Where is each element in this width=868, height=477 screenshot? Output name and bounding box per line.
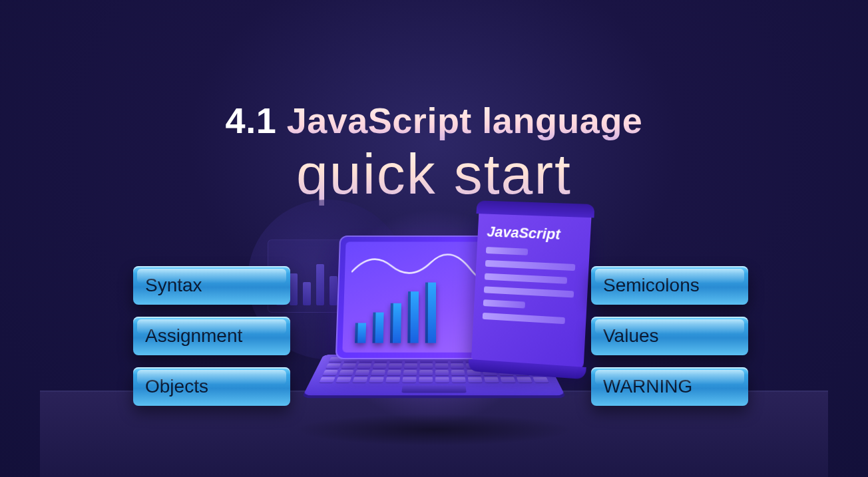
topic-pill-values[interactable]: Values — [591, 317, 748, 355]
topic-pill-syntax[interactable]: Syntax — [133, 266, 290, 305]
title-line-1: 4.1 JavaScript language — [0, 100, 868, 141]
pill-label: WARNING — [603, 376, 692, 397]
pill-label: Objects — [145, 376, 208, 397]
doc-title: JavaScript — [487, 223, 581, 244]
doc-line-decor — [486, 247, 528, 255]
doc-line-decor — [484, 286, 574, 297]
topic-pill-warning[interactable]: WARNING — [591, 367, 748, 406]
doc-line-decor — [485, 260, 576, 271]
pill-label: Syntax — [145, 275, 202, 296]
pill-label: Values — [603, 325, 659, 347]
screen-bar-chart-icon — [355, 283, 436, 343]
pill-label: Assignment — [145, 325, 242, 347]
laptop-trackpad — [401, 385, 466, 393]
pill-label: Semicolons — [603, 275, 700, 296]
section-number: 4.1 — [226, 100, 277, 140]
title-main: JavaScript language — [287, 100, 643, 140]
topic-pill-semicolons[interactable]: Semicolons — [591, 266, 748, 305]
topic-pill-objects[interactable]: Objects — [133, 367, 290, 406]
laptop-shadow — [294, 414, 574, 446]
topic-list-right: Semicolons Values WARNING — [591, 266, 748, 406]
javascript-scroll-doc: JavaScript — [471, 211, 592, 370]
doc-line-decor — [483, 299, 525, 308]
topic-list-left: Syntax Assignment Objects — [133, 266, 290, 406]
doc-line-decor — [485, 273, 567, 284]
laptop-illustration: JavaScript — [288, 220, 580, 439]
topic-pill-assignment[interactable]: Assignment — [133, 317, 290, 355]
doc-line-decor — [483, 313, 565, 324]
